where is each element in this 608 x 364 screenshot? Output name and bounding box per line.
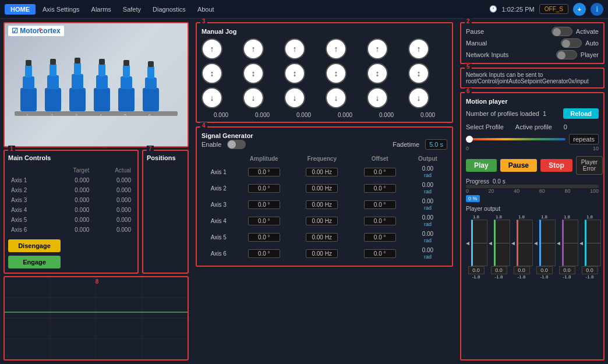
network-inputs-switch[interactable] bbox=[556, 50, 577, 59]
bar-val-5[interactable]: 0.0 bbox=[582, 266, 598, 274]
sig-gen-row: Axis 3 0.00rad bbox=[203, 197, 446, 212]
jog-up-3[interactable]: ↑ bbox=[284, 38, 305, 59]
bar-val-3[interactable]: 0.0 bbox=[536, 266, 553, 274]
bar-arrow-4[interactable]: ◄ bbox=[556, 240, 561, 246]
sig-offset-5[interactable] bbox=[364, 249, 396, 258]
sig-axis-label: Axis 3 bbox=[203, 197, 235, 212]
jog-up-5[interactable]: ↑ bbox=[367, 38, 388, 59]
sig-freq-5[interactable] bbox=[306, 249, 338, 258]
disengage-button[interactable]: Disengage bbox=[8, 239, 61, 252]
add-button[interactable]: + bbox=[573, 3, 586, 16]
jog-up-4[interactable]: ↑ bbox=[326, 38, 347, 59]
sig-amp-1[interactable] bbox=[248, 184, 280, 193]
jog-down-3[interactable]: ↓ bbox=[284, 87, 305, 108]
player-error-button[interactable]: Player Error bbox=[576, 156, 603, 175]
jog-mid-2[interactable]: ↕ bbox=[243, 63, 264, 84]
table-row: Axis 2 0.000 0.000 bbox=[9, 186, 133, 195]
bar-arrow-3[interactable]: ◄ bbox=[533, 240, 539, 246]
bar-arrow-2[interactable]: ◄ bbox=[510, 240, 516, 246]
sig-axis-label: Axis 4 bbox=[203, 213, 235, 228]
sig-offset-4[interactable] bbox=[364, 233, 396, 242]
sig-gen-header: Enable Fadetime 5.0 s bbox=[202, 139, 447, 150]
sig-offset-0[interactable] bbox=[364, 168, 396, 176]
col-target-header: Target bbox=[51, 166, 91, 175]
bar-group-4: 1.8 ◄ 0.0 -1.8 bbox=[557, 214, 577, 280]
bar-container-5 bbox=[585, 220, 601, 266]
enable-toggle[interactable] bbox=[227, 140, 246, 149]
repeats-box[interactable]: repeats bbox=[569, 134, 599, 144]
reload-button[interactable]: Reload bbox=[563, 108, 599, 119]
sig-freq-4[interactable] bbox=[306, 233, 338, 242]
prog-80: 80 bbox=[564, 188, 570, 194]
jog-up-6[interactable]: ↑ bbox=[408, 38, 429, 59]
col-amplitude-header: Amplitude bbox=[236, 154, 292, 163]
sig-offset-2[interactable] bbox=[364, 200, 396, 209]
jog-mid-6[interactable]: ↕ bbox=[408, 63, 429, 84]
jog-up-2[interactable]: ↑ bbox=[243, 38, 264, 59]
sig-offset-1[interactable] bbox=[364, 184, 396, 193]
svg-rect-18 bbox=[98, 63, 105, 76]
jog-val-5: 0.000 bbox=[367, 112, 406, 118]
jog-up-row: ↑ ↑ ↑ ↑ ↑ ↑ bbox=[202, 38, 447, 59]
sig-amp-0[interactable] bbox=[248, 168, 280, 176]
sig-freq-3[interactable] bbox=[306, 217, 338, 225]
select-profile-label: Select Profile bbox=[466, 123, 504, 130]
pause-button[interactable]: Pause bbox=[500, 159, 537, 172]
progress-track[interactable] bbox=[466, 185, 599, 188]
bar-container-0 bbox=[471, 220, 487, 266]
pause-switch[interactable] bbox=[552, 27, 572, 36]
nav-alarms[interactable]: Alarms bbox=[87, 3, 116, 15]
sig-freq-1[interactable] bbox=[306, 184, 338, 193]
jog-down-6[interactable]: ↓ bbox=[408, 87, 429, 108]
engage-button[interactable]: Engage bbox=[8, 256, 61, 268]
sig-freq-0[interactable] bbox=[306, 168, 338, 176]
controls-row: 1 Main Controls Target Actual Axis 1 0.0… bbox=[3, 150, 189, 274]
sig-amp-3[interactable] bbox=[248, 217, 280, 225]
bar-arrow-1[interactable]: ◄ bbox=[487, 240, 493, 246]
svg-rect-4 bbox=[26, 60, 31, 66]
select-active-row: Select Profile Active profile 0 bbox=[466, 123, 599, 130]
stop-button[interactable]: Stop bbox=[540, 159, 572, 172]
sig-output-4: 0.00 bbox=[422, 231, 433, 237]
play-button[interactable]: Play bbox=[466, 159, 497, 172]
bar-val-4[interactable]: 0.0 bbox=[559, 266, 575, 274]
jog-mid-4[interactable]: ↕ bbox=[326, 63, 347, 84]
home-button[interactable]: HOME bbox=[5, 4, 36, 15]
view3d-box: 9 ☑ Motorcortex 1 bbox=[3, 22, 189, 147]
profile-slider[interactable] bbox=[466, 138, 565, 140]
jog-down-1[interactable]: ↓ bbox=[202, 87, 222, 108]
svg-rect-9 bbox=[50, 59, 56, 65]
info-button[interactable]: ℹ bbox=[591, 3, 603, 16]
manual-switch[interactable] bbox=[561, 38, 582, 48]
nav-safety[interactable]: Safety bbox=[118, 3, 146, 15]
nav-diagnostics[interactable]: Diagnostics bbox=[148, 3, 190, 15]
jog-mid-1[interactable]: ↕ bbox=[202, 63, 222, 84]
sig-amp-4[interactable] bbox=[248, 233, 280, 242]
bar-midline-4 bbox=[564, 243, 578, 243]
bar-arrow-0[interactable]: ◄ bbox=[465, 240, 471, 246]
jog-up-1[interactable]: ↑ bbox=[202, 38, 222, 59]
main-controls-title: Main Controls bbox=[8, 154, 134, 161]
sig-amp-2[interactable] bbox=[248, 200, 280, 209]
sig-freq-2[interactable] bbox=[306, 200, 338, 209]
sig-gen-row: Axis 1 0.00rad bbox=[203, 164, 446, 179]
nav-about[interactable]: About bbox=[193, 3, 219, 15]
jog-mid-3[interactable]: ↕ bbox=[284, 63, 305, 84]
sig-offset-3[interactable] bbox=[364, 217, 396, 225]
jog-val-1: 0.000 bbox=[202, 112, 241, 118]
slider-thumb[interactable] bbox=[466, 136, 473, 143]
sig-gen-row: Axis 2 0.00rad bbox=[203, 181, 446, 196]
jog-down-2[interactable]: ↓ bbox=[243, 87, 264, 108]
positions-title: Positions bbox=[147, 154, 184, 161]
sig-amp-5[interactable] bbox=[248, 249, 280, 258]
bar-val-1[interactable]: 0.0 bbox=[491, 266, 507, 274]
nav-axis-settings[interactable]: Axis Settings bbox=[38, 3, 84, 15]
fadetime-value[interactable]: 5.0 s bbox=[425, 139, 447, 150]
bar-val-0[interactable]: 0.0 bbox=[468, 266, 485, 274]
jog-down-4[interactable]: ↓ bbox=[326, 87, 347, 108]
player-output-label: Player output bbox=[466, 206, 599, 212]
bar-arrow-5[interactable]: ◄ bbox=[578, 240, 584, 246]
jog-down-5[interactable]: ↓ bbox=[367, 87, 388, 108]
bar-val-2[interactable]: 0.0 bbox=[514, 266, 530, 274]
jog-mid-5[interactable]: ↕ bbox=[367, 63, 388, 84]
